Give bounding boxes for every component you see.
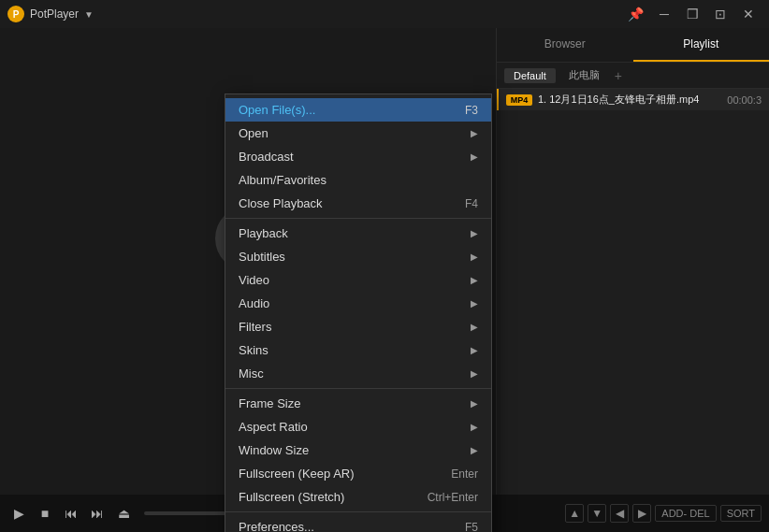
playlist-duration: 00:00:3 — [727, 94, 762, 106]
menu-aspect-ratio-arrow: ▶ — [471, 422, 478, 432]
menu-aspect-ratio-label: Aspect Ratio — [239, 420, 308, 434]
menu-close-playback-label: Close Playback — [239, 196, 323, 210]
menu-frame-size-label: Frame Size — [239, 396, 300, 410]
menu-audio[interactable]: Audio ▶ — [225, 292, 491, 315]
menu-broadcast[interactable]: Broadcast ▶ — [225, 145, 491, 168]
close-button[interactable]: ✕ — [735, 4, 762, 24]
sub-tab-thispc[interactable]: 此电脑 — [559, 66, 609, 84]
menu-frame-size-arrow: ▶ — [471, 398, 478, 409]
menu-open-files[interactable]: Open File(s)... F3 — [225, 98, 491, 122]
app-logo: P — [7, 6, 24, 22]
playlist-badge: MP4 — [506, 94, 532, 106]
maximize-button[interactable]: ⊡ — [707, 4, 733, 24]
menu-filters-arrow: ▶ — [471, 322, 478, 332]
menu-fullscreen-keep-ar-shortcut: Enter — [451, 467, 478, 481]
menu-open[interactable]: Open ▶ — [225, 122, 491, 145]
panel-tabs: Browser Playlist — [497, 28, 769, 63]
menu-filters-label: Filters — [239, 320, 271, 334]
menu-fullscreen-stretch-shortcut: Ctrl+Enter — [428, 491, 478, 504]
menu-frame-size[interactable]: Frame Size ▶ — [225, 392, 491, 415]
menu-skins-arrow: ▶ — [471, 345, 478, 355]
menu-album-favorites-label: Album/Favorites — [239, 173, 326, 187]
menu-open-left: Open — [239, 126, 268, 140]
menu-open-files-shortcut: F3 — [465, 104, 478, 117]
menu-fullscreen-keep-ar-label: Fullscreen (Keep AR) — [239, 467, 355, 481]
playlist-item[interactable]: MP4 1. 12月1日16点_友锋电子相册.mp4 00:00:3 — [497, 89, 769, 110]
tab-browser[interactable]: Browser — [497, 28, 633, 62]
title-bar: P PotPlayer ▼ 📌 ─ ❒ ⊡ ✕ — [0, 0, 769, 28]
menu-aspect-ratio[interactable]: Aspect Ratio ▶ — [225, 415, 491, 439]
menu-window-size[interactable]: Window Size ▶ — [225, 439, 491, 462]
tab-playlist[interactable]: Playlist — [633, 28, 770, 62]
play-button[interactable]: ▶ — [7, 502, 30, 525]
menu-open-files-label: Open File(s)... — [239, 103, 315, 117]
menu-album-favorites[interactable]: Album/Favorites — [225, 168, 491, 192]
menu-preferences-label: Preferences... — [239, 520, 314, 532]
stop-button[interactable]: ■ — [34, 502, 56, 525]
menu-subtitles-label: Subtitles — [239, 250, 285, 264]
pin-icon[interactable]: 📌 — [628, 7, 644, 22]
menu-misc[interactable]: Misc ▶ — [225, 362, 491, 385]
menu-close-playback-shortcut: F4 — [465, 197, 478, 210]
menu-playback-arrow: ▶ — [471, 228, 478, 238]
panel-sub-tabs: Default 此电脑 + — [497, 63, 769, 89]
menu-fullscreen-stretch[interactable]: Fullscreen (Stretch) Ctrl+Enter — [225, 485, 491, 509]
menu-playback-label: Playback — [239, 226, 288, 240]
menu-fullscreen-keep-ar[interactable]: Fullscreen (Keep AR) Enter — [225, 462, 491, 485]
menu-preferences[interactable]: Preferences... F5 — [225, 515, 491, 532]
menu-fullscreen-stretch-label: Fullscreen (Stretch) — [239, 490, 344, 504]
prev-track-button[interactable]: ⏮ — [60, 502, 82, 525]
menu-window-size-label: Window Size — [239, 443, 309, 457]
menu-open-arrow: ▶ — [471, 128, 478, 138]
sub-tab-default[interactable]: Default — [504, 68, 556, 83]
menu-playback[interactable]: Playback ▶ — [225, 222, 491, 245]
menu-video-label: Video — [239, 273, 269, 287]
next-track-button[interactable]: ⏭ — [86, 502, 109, 525]
menu-subtitles-arrow: ▶ — [471, 252, 478, 262]
dropdown-icon[interactable]: ▼ — [84, 9, 94, 20]
nav-left-button[interactable]: ◀ — [610, 504, 629, 523]
menu-window-size-arrow: ▶ — [471, 445, 478, 455]
menu-sep-2 — [225, 388, 491, 389]
nav-up-button[interactable]: ▲ — [565, 504, 584, 523]
sort-button[interactable]: SORT — [720, 505, 762, 522]
menu-video[interactable]: Video ▶ — [225, 268, 491, 292]
menu-sep-3 — [225, 511, 491, 512]
menu-sep-1 — [225, 218, 491, 219]
menu-misc-arrow: ▶ — [471, 368, 478, 379]
menu-open-label: Open — [239, 126, 268, 140]
playlist-title: 1. 12月1日16点_友锋电子相册.mp4 — [538, 93, 721, 107]
menu-subtitles[interactable]: Subtitles ▶ — [225, 245, 491, 268]
nav-right-button[interactable]: ▶ — [632, 504, 651, 523]
menu-skins-label: Skins — [239, 343, 268, 357]
eject-button[interactable]: ⏏ — [112, 502, 135, 525]
minimize-button[interactable]: ─ — [651, 4, 677, 24]
restore-button[interactable]: ❒ — [679, 4, 705, 24]
nav-down-button[interactable]: ▼ — [588, 504, 606, 523]
menu-audio-arrow: ▶ — [471, 298, 478, 309]
menu-preferences-shortcut: F5 — [465, 521, 478, 533]
menu-close-playback[interactable]: Close Playback F4 — [225, 192, 491, 215]
context-menu: Open File(s)... F3 Open ▶ Broadcast ▶ Al… — [225, 93, 492, 532]
menu-misc-label: Misc — [239, 367, 264, 381]
panel-bottom-toolbar: ▲ ▼ ◀ ▶ ADD- DEL SORT — [496, 495, 769, 532]
title-bar-left: P PotPlayer ▼ — [7, 6, 94, 22]
menu-skins[interactable]: Skins ▶ — [225, 338, 491, 362]
title-bar-right: 📌 ─ ❒ ⊡ ✕ — [628, 4, 762, 24]
app-name: PotPlayer — [30, 7, 79, 21]
menu-video-arrow: ▶ — [471, 275, 478, 285]
add-del-button[interactable]: ADD- DEL — [655, 505, 716, 522]
menu-broadcast-arrow: ▶ — [471, 151, 478, 162]
right-panel: Browser Playlist Default 此电脑 + MP4 1. 12… — [496, 28, 769, 495]
menu-filters[interactable]: Filters ▶ — [225, 315, 491, 338]
menu-broadcast-label: Broadcast — [239, 150, 294, 164]
menu-audio-label: Audio — [239, 296, 269, 310]
sub-tab-add[interactable]: + — [615, 68, 622, 83]
